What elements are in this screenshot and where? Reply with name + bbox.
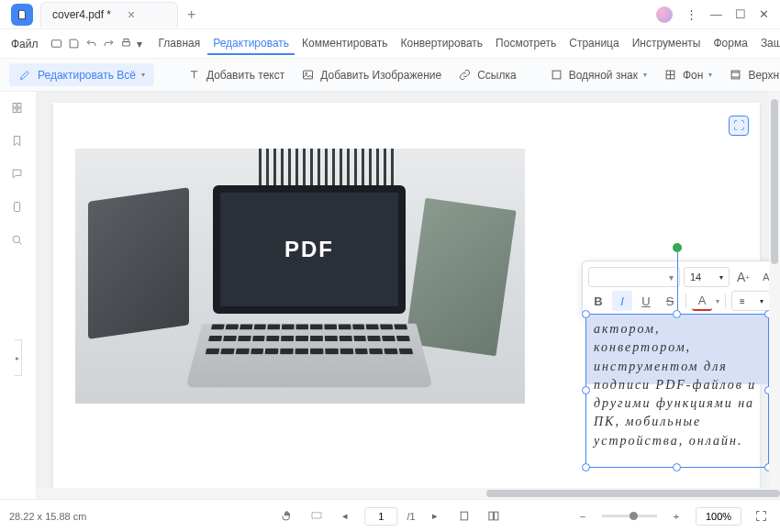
left-sidebar: ▸: [0, 92, 37, 499]
svg-point-16: [13, 236, 20, 243]
font-size-select[interactable]: 14▾: [684, 267, 730, 287]
resize-handle[interactable]: [582, 463, 590, 471]
rotate-handle[interactable]: [673, 243, 682, 252]
selected-textbox[interactable]: актором, конвертором, инструментом для п…: [585, 314, 769, 468]
resize-handle[interactable]: [673, 310, 681, 318]
chevron-down-icon[interactable]: ▾: [137, 34, 142, 54]
thumbnails-icon[interactable]: [10, 101, 27, 117]
page-input[interactable]: [364, 507, 397, 526]
main-menu: Главная Редактировать Комментировать Кон…: [153, 33, 780, 55]
svg-rect-2: [124, 39, 128, 42]
laptop-screen-text: PDF: [213, 185, 406, 314]
page-total: /1: [407, 511, 415, 522]
close-tab-icon[interactable]: ×: [128, 7, 135, 22]
redo-icon[interactable]: [102, 34, 116, 54]
vertical-scrollbar[interactable]: [769, 92, 780, 499]
background-button[interactable]: Фон ▾: [663, 68, 712, 82]
textbox-content[interactable]: актором, конвертором, инструментом для п…: [586, 315, 768, 456]
font-color-button[interactable]: A: [692, 291, 712, 311]
increase-font-icon[interactable]: A+: [733, 267, 753, 287]
open-icon[interactable]: [50, 34, 63, 54]
svg-rect-6: [304, 71, 313, 79]
resize-handle[interactable]: [673, 463, 681, 471]
minimize-button[interactable]: ―: [710, 7, 722, 21]
canvas[interactable]: ⛶ PDF ▾ 14▾ A+ A- B I: [37, 92, 780, 499]
menu-comment[interactable]: Комментировать: [296, 33, 393, 55]
zoom-out-icon[interactable]: −: [573, 506, 593, 526]
close-window-button[interactable]: ✕: [759, 7, 769, 21]
svg-rect-18: [461, 512, 468, 520]
svg-rect-12: [17, 104, 21, 107]
zoom-input[interactable]: [696, 507, 741, 526]
svg-rect-19: [489, 512, 493, 520]
select-tool-icon[interactable]: [306, 506, 326, 526]
prev-page-icon[interactable]: ◂: [335, 506, 355, 526]
bookmark-icon[interactable]: [10, 134, 27, 150]
svg-rect-20: [494, 512, 497, 520]
svg-rect-1: [122, 42, 129, 46]
resize-handle[interactable]: [582, 386, 590, 394]
link-button[interactable]: Ссылка: [458, 68, 516, 82]
fit-page-icon[interactable]: ⛶: [729, 116, 749, 136]
undo-icon[interactable]: [84, 34, 98, 54]
text-format-toolbar: ▾ 14▾ A+ A- B I U S A ▾ ≡▾: [582, 260, 780, 317]
edit-all-button[interactable]: Редактировать Всё ▾: [9, 63, 154, 86]
underline-button[interactable]: U: [636, 291, 656, 311]
reading-mode-icon[interactable]: [484, 506, 504, 526]
tab-title: cover4.pdf *: [52, 8, 111, 21]
menu-tools[interactable]: Инструменты: [627, 33, 707, 55]
italic-button[interactable]: I: [612, 291, 632, 311]
zoom-in-icon[interactable]: +: [666, 506, 686, 526]
menu-page[interactable]: Страница: [563, 33, 624, 55]
kebab-menu-icon[interactable]: ⋮: [685, 7, 697, 21]
menu-edit[interactable]: Редактировать: [207, 33, 295, 55]
print-icon[interactable]: [119, 34, 133, 54]
svg-rect-8: [552, 71, 561, 79]
edit-all-label: Редактировать Всё: [38, 69, 136, 82]
align-button[interactable]: ≡▾: [731, 291, 772, 311]
svg-rect-15: [14, 203, 19, 212]
font-family-select[interactable]: ▾: [588, 267, 680, 287]
add-tab-button[interactable]: +: [187, 6, 195, 23]
view-mode-icon[interactable]: [454, 506, 474, 526]
svg-rect-0: [51, 40, 61, 48]
comment-icon[interactable]: [10, 167, 27, 183]
menu-view[interactable]: Посмотреть: [490, 33, 562, 55]
app-logo: [11, 4, 33, 26]
watermark-button[interactable]: Водяной знак ▾: [550, 68, 647, 82]
bold-button[interactable]: B: [588, 291, 608, 311]
hand-tool-icon[interactable]: [276, 506, 296, 526]
menu-protect[interactable]: Защити: [755, 33, 780, 55]
user-avatar[interactable]: [656, 6, 673, 23]
maximize-button[interactable]: ☐: [735, 7, 746, 21]
menu-home[interactable]: Главная: [153, 33, 206, 55]
pdf-page: ⛶ PDF ▾ 14▾ A+ A- B I: [53, 103, 760, 488]
add-text-button[interactable]: Добавить текст: [187, 68, 284, 82]
save-icon[interactable]: [67, 34, 81, 54]
horizontal-scrollbar[interactable]: [37, 488, 769, 499]
document-tab[interactable]: cover4.pdf * ×: [40, 2, 178, 28]
file-menu[interactable]: Файл: [4, 34, 46, 54]
svg-rect-10: [732, 71, 741, 79]
menu-convert[interactable]: Конвертировать: [396, 33, 489, 55]
svg-rect-13: [13, 108, 17, 112]
zoom-slider[interactable]: [602, 515, 657, 517]
fullscreen-icon[interactable]: [751, 506, 771, 526]
header-footer-button[interactable]: Верхний и нижний коло: [729, 68, 780, 82]
cover-image: PDF: [75, 149, 525, 404]
add-image-button[interactable]: Добавить Изображение: [301, 68, 441, 82]
resize-handle[interactable]: [582, 310, 590, 318]
menu-form[interactable]: Форма: [708, 33, 752, 55]
next-page-icon[interactable]: ▸: [425, 506, 445, 526]
svg-rect-11: [13, 104, 17, 107]
attachment-icon[interactable]: [10, 200, 27, 216]
expand-sidebar-handle[interactable]: ▸: [15, 339, 22, 376]
svg-rect-14: [17, 108, 21, 112]
search-icon[interactable]: [10, 233, 27, 249]
page-dimensions: 28.22 x 15.88 cm: [9, 511, 86, 522]
svg-rect-17: [311, 513, 320, 518]
